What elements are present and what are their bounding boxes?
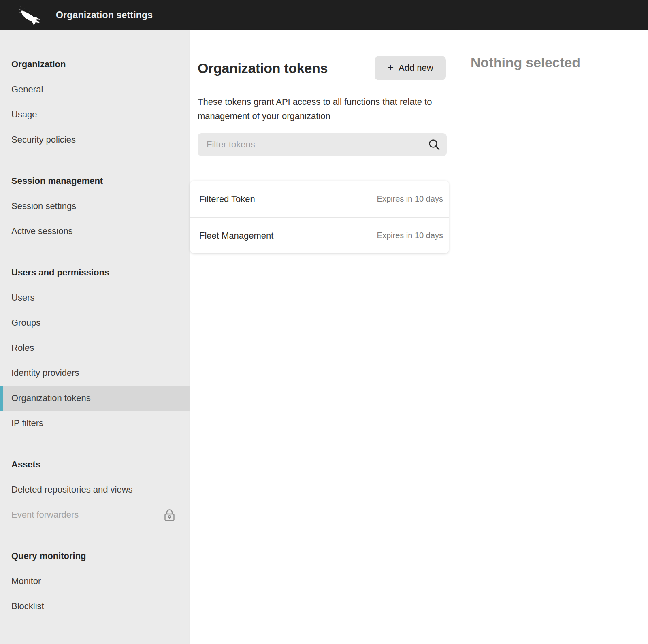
panel-description: These tokens grant API access to all fun…	[198, 95, 437, 123]
token-name: Filtered Token	[199, 194, 255, 205]
add-new-button[interactable]: + Add new	[375, 56, 446, 80]
token-detail-panel: Nothing selected	[458, 30, 648, 644]
sidebar-item-general[interactable]: General	[0, 77, 190, 102]
sidebar-item-security-policies[interactable]: Security policies	[0, 127, 190, 152]
token-expiry: Expires in 10 days	[377, 194, 443, 204]
sidebar-section-organization: Organization	[0, 52, 190, 77]
crowdstrike-falcon-logo	[15, 5, 41, 25]
lock-icon	[164, 509, 175, 521]
sidebar-item-identity-providers[interactable]: Identity providers	[0, 360, 190, 386]
empty-state-message: Nothing selected	[471, 55, 648, 70]
filter-tokens-field	[198, 133, 447, 156]
sidebar-item-usage[interactable]: Usage	[0, 102, 190, 127]
settings-sidebar: Organization General Usage Security poli…	[0, 30, 190, 644]
sidebar-item-groups[interactable]: Groups	[0, 310, 190, 335]
sidebar-item-monitor[interactable]: Monitor	[0, 569, 190, 594]
sidebar-item-session-settings[interactable]: Session settings	[0, 194, 190, 219]
plus-icon: +	[387, 62, 394, 73]
organization-tokens-panel: Organization tokens + Add new These toke…	[190, 30, 458, 644]
token-list: Filtered Token Expires in 10 days Fleet …	[190, 181, 449, 253]
sidebar-item-active-sessions[interactable]: Active sessions	[0, 219, 190, 244]
sidebar-item-event-forwarders: Event forwarders	[0, 502, 190, 527]
token-expiry: Expires in 10 days	[377, 231, 443, 240]
sidebar-item-blocklist[interactable]: Blocklist	[0, 594, 190, 619]
sidebar-item-ip-filters[interactable]: IP filters	[0, 411, 190, 436]
sidebar-item-deleted-repositories-and-views[interactable]: Deleted repositories and views	[0, 477, 190, 502]
sidebar-section-users-and-permissions: Users and permissions	[0, 260, 190, 285]
sidebar-item-roles[interactable]: Roles	[0, 335, 190, 360]
token-name: Fleet Management	[199, 230, 273, 241]
top-bar: Organization settings	[0, 0, 648, 30]
sidebar-section-query-monitoring: Query monitoring	[0, 544, 190, 569]
sidebar-item-label: Event forwarders	[11, 510, 79, 520]
page-title: Organization tokens	[198, 60, 328, 76]
app-title: Organization settings	[56, 10, 153, 21]
sidebar-item-organization-tokens[interactable]: Organization tokens	[0, 386, 190, 411]
add-new-button-label: Add new	[399, 63, 433, 73]
panel-header: Organization tokens + Add new These toke…	[190, 30, 458, 156]
token-row-fleet-management[interactable]: Fleet Management Expires in 10 days	[190, 217, 449, 253]
token-row-filtered-token[interactable]: Filtered Token Expires in 10 days	[190, 181, 449, 217]
sidebar-section-assets: Assets	[0, 452, 190, 477]
sidebar-section-session-management: Session management	[0, 168, 190, 194]
filter-tokens-input[interactable]	[198, 133, 447, 156]
sidebar-item-users[interactable]: Users	[0, 285, 190, 310]
